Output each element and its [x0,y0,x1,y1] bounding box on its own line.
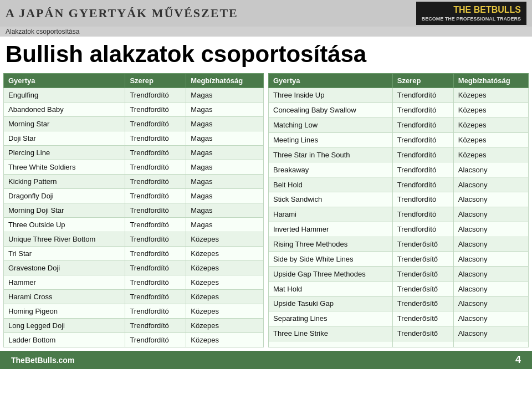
table-row: Abandoned BabyTrendfordítóMagas [4,103,264,117]
logo-box: THE BETBULLS BECOME THE PROFESSIONAL TRA… [416,2,526,25]
table-row: Separating LinesTrenderősítőAlacsony [269,311,529,326]
table-row: Dragonfly DojiTrendfordítóMagas [4,189,264,203]
table-row: EngulfingTrendfordítóMagas [4,88,264,103]
banner-title: A JAPÁN GYERTYÁK MŰVÉSZETE [6,6,238,21]
table-row: Side by Side White LinesTrenderősítőAlac… [269,252,529,267]
footer-site: TheBetBulls.com [11,356,74,365]
top-banner: A JAPÁN GYERTYÁK MŰVÉSZETE THE BETBULLS … [0,0,532,27]
table-row: Unique Three River BottomTrendfordítóKöz… [4,232,264,247]
table-row: Three Outside UpTrendfordítóMagas [4,218,264,232]
logo-main: THE BETBULLS [422,4,521,16]
table-row: Matching LowTrendfordítóKözepes [269,117,529,132]
table-row: BreakawayTrendfordítóAlacsony [269,162,529,177]
table-row: Upside Gap Three MethodesTrenderősítőAla… [269,267,529,282]
table-row: Meeting LinesTrendfordítóKözepes [269,132,529,147]
table-row: HaramiTrendfordítóAlacsony [269,207,529,222]
right-col2-header: Szerep [392,74,453,88]
table-row: Morning StarTrendfordítóMagas [4,117,264,131]
table-row: Mat HoldTrenderősítőAlacsony [269,282,529,296]
table-row: Piercing LineTrendfordítóMagas [4,146,264,160]
table-row: Stick SandwichTrendfordítóAlacsony [269,192,529,207]
left-table: Gyertya Szerep Megbízhatóság EngulfingTr… [3,73,264,347]
footer-bar: TheBetBulls.com 4 [0,351,532,369]
table-row: Concealing Baby SwallowTrendfordítóKözep… [269,103,529,117]
table-row: Harami CrossTrendfordítóKözepes [4,290,264,304]
table-row: HammerTrendfordítóKözepes [4,275,264,290]
table-row: Homing PigeonTrendfordítóKözepes [4,304,264,319]
left-col3-header: Megbízhatóság [186,74,264,88]
tables-container: Gyertya Szerep Megbízhatóság EngulfingTr… [0,73,532,347]
table-row [269,341,529,347]
logo-sub: BECOME THE PROFESSIONAL TRADERS [422,16,521,23]
table-row: Three Line StrikeTrenderősítőAlacsony [269,326,529,341]
table-row: Inverted HammerTrendfordítóAlacsony [269,222,529,237]
right-table: Gyertya Szerep Megbízhatóság Three Insid… [268,73,529,347]
left-header-row: Gyertya Szerep Megbízhatóság [4,74,264,88]
table-row: Ladder BottomTrendfordítóKözepes [4,333,264,347]
table-row: Three White SoldiersTrendfordítóMagas [4,160,264,175]
right-header-row: Gyertya Szerep Megbízhatóság [269,74,529,88]
table-row: Long Legged DojiTrendfordítóKözepes [4,319,264,333]
table-row: Tri StarTrendfordítóKözepes [4,247,264,261]
table-row: Belt HoldTrendfordítóAlacsony [269,177,529,192]
right-col1-header: Gyertya [269,74,393,88]
table-row: Gravestone DojiTrendfordítóKözepes [4,261,264,275]
page-title: Bullish alakzatok csoportosítása [0,37,532,73]
right-col3-header: Megbízhatóság [453,74,528,88]
table-row: Three Star in The SouthTrendfordítóKözep… [269,147,529,162]
left-col2-header: Szerep [125,74,186,88]
left-col1-header: Gyertya [4,74,125,88]
table-row: Morning Doji StarTrendfordítóMagas [4,203,264,218]
table-row: Upside Tasuki GapTrenderősítőAlacsony [269,296,529,311]
table-row: Kicking PatternTrendfordítóMagas [4,175,264,189]
page-number: 4 [515,354,521,366]
table-row: Rising Three MethodesTrenderősítőAlacson… [269,237,529,252]
table-row: Three Inside UpTrendfordítóKözepes [269,88,529,103]
table-row: Doji StarTrendfordítóMagas [4,131,264,146]
breadcrumb: Alakzatok csoportosítása [0,27,532,37]
